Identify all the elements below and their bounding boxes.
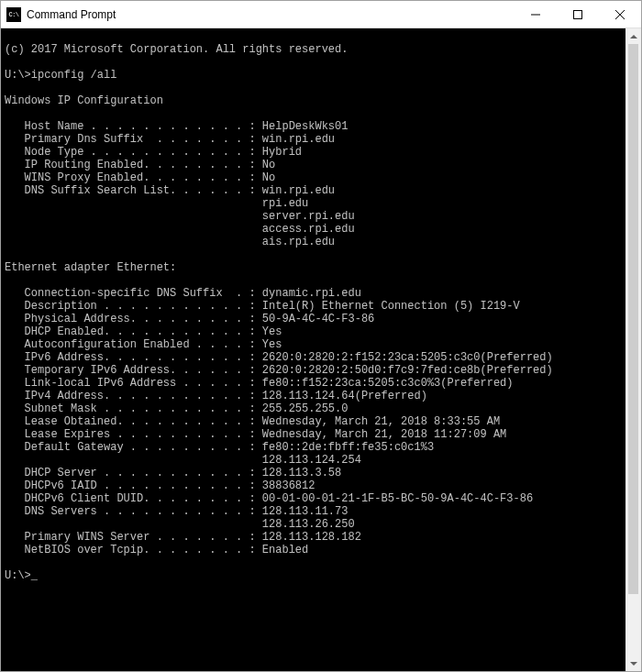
field-value: server.rpi.edu — [262, 210, 355, 223]
field-value: Yes — [262, 338, 282, 351]
prompt: U:\> — [5, 569, 31, 582]
cursor[interactable]: _ — [31, 569, 38, 582]
field-value: Yes — [262, 325, 282, 338]
field-value: 38836812 — [262, 479, 315, 492]
field-value: Enabled — [262, 544, 308, 556]
field-indent — [5, 210, 262, 223]
section-header: Ethernet adapter Ethernet: — [5, 261, 176, 274]
scroll-track[interactable] — [625, 44, 641, 655]
field-value: 128.113.128.182 — [262, 531, 361, 544]
field-label: Temporary IPv6 Address. . . . . . : — [5, 364, 262, 377]
section-header: Windows IP Configuration — [5, 94, 163, 107]
field-value: dynamic.rpi.edu — [262, 287, 361, 300]
field-value: 2620:0:2820:2:50d0:f7c9:7fed:ce8b(Prefer… — [262, 364, 553, 377]
field-value: win.rpi.edu — [262, 133, 335, 146]
field-value: 128.113.124.254 — [262, 454, 361, 467]
field-value: Wednesday, March 21, 2018 8:33:55 AM — [262, 415, 500, 428]
field-value: Wednesday, March 21, 2018 11:27:09 AM — [262, 428, 506, 441]
field-value: HelpDeskWks01 — [262, 120, 349, 133]
field-value: 2620:0:2820:2:f152:23ca:5205:c3c0(Prefer… — [262, 351, 553, 364]
field-label: DHCPv6 IAID . . . . . . . . . . . : — [5, 479, 262, 492]
field-label: Subnet Mask . . . . . . . . . . . : — [5, 402, 262, 415]
close-button[interactable] — [599, 1, 641, 28]
field-label: Primary WINS Server . . . . . . . : — [5, 531, 262, 544]
maximize-button[interactable] — [557, 1, 599, 28]
field-label: Default Gateway . . . . . . . . . : — [5, 441, 262, 454]
field-value: 128.113.11.73 — [262, 505, 349, 518]
field-value: 128.113.124.64(Preferred) — [262, 390, 427, 402]
field-label: IP Routing Enabled. . . . . . . . : — [5, 159, 262, 171]
field-value: 50-9A-4C-4C-F3-86 — [262, 313, 374, 325]
field-label: Host Name . . . . . . . . . . . . : — [5, 120, 262, 133]
field-value: Intel(R) Ethernet Connection (5) I219-V — [262, 300, 520, 313]
field-value: 255.255.255.0 — [262, 402, 349, 415]
field-value: fe80::2de:fbff:fe35:c0c1%3 — [262, 441, 434, 454]
field-label: Connection-specific DNS Suffix . : — [5, 287, 262, 300]
console-output[interactable]: (c) 2017 Microsoft Corporation. All righ… — [1, 28, 625, 671]
svg-marker-4 — [630, 35, 637, 39]
field-label: Autoconfiguration Enabled . . . . : — [5, 338, 262, 351]
vertical-scrollbar[interactable] — [625, 28, 641, 671]
console-area: (c) 2017 Microsoft Corporation. All righ… — [1, 28, 641, 671]
scroll-thumb[interactable] — [628, 44, 638, 594]
field-label: Link-local IPv6 Address . . . . . : — [5, 377, 262, 390]
window-controls — [515, 1, 641, 28]
field-indent — [5, 223, 262, 236]
field-value: No — [262, 171, 275, 184]
field-indent — [5, 197, 262, 210]
minimize-button[interactable] — [515, 1, 557, 28]
field-value: win.rpi.edu — [262, 184, 335, 197]
svg-marker-5 — [630, 662, 637, 666]
app-icon: C:\ — [6, 7, 21, 22]
field-label: DHCP Enabled. . . . . . . . . . . : — [5, 325, 262, 338]
svg-rect-1 — [574, 10, 582, 18]
field-value: Hybrid — [262, 146, 302, 159]
field-indent — [5, 454, 262, 467]
field-label: Lease Obtained. . . . . . . . . . : — [5, 415, 262, 428]
prompt: U:\> — [5, 69, 31, 82]
field-value: ais.rpi.edu — [262, 236, 335, 248]
field-value: access.rpi.edu — [262, 223, 355, 236]
field-label: Primary Dns Suffix . . . . . . . : — [5, 133, 262, 146]
field-label: DNS Suffix Search List. . . . . . : — [5, 184, 262, 197]
field-indent — [5, 518, 262, 531]
field-label: Physical Address. . . . . . . . . : — [5, 313, 262, 325]
field-label: DNS Servers . . . . . . . . . . . : — [5, 505, 262, 518]
command-prompt-window: C:\ Command Prompt (c) 2017 Microsoft Co… — [0, 0, 642, 672]
scroll-down-arrow-icon[interactable] — [625, 655, 641, 671]
titlebar[interactable]: C:\ Command Prompt — [1, 1, 641, 28]
field-label: DHCPv6 Client DUID. . . . . . . . : — [5, 492, 262, 505]
field-value: No — [262, 159, 275, 171]
field-label: Node Type . . . . . . . . . . . . : — [5, 146, 262, 159]
field-label: Description . . . . . . . . . . . : — [5, 300, 262, 313]
field-label: Lease Expires . . . . . . . . . . : — [5, 428, 262, 441]
field-value: 00-01-00-01-21-1F-B5-BC-50-9A-4C-4C-F3-8… — [262, 492, 533, 505]
field-value: 128.113.26.250 — [262, 518, 355, 531]
field-label: IPv6 Address. . . . . . . . . . . : — [5, 351, 262, 364]
copyright-line: (c) 2017 Microsoft Corporation. All righ… — [5, 43, 348, 56]
field-value: fe80::f152:23ca:5205:c3c0%3(Preferred) — [262, 377, 514, 390]
field-indent — [5, 236, 262, 248]
window-title: Command Prompt — [27, 8, 515, 21]
field-label: NetBIOS over Tcpip. . . . . . . . : — [5, 544, 262, 556]
field-label: IPv4 Address. . . . . . . . . . . : — [5, 390, 262, 402]
command-text: ipconfig /all — [31, 69, 117, 82]
field-label: DHCP Server . . . . . . . . . . . : — [5, 467, 262, 479]
field-value: rpi.edu — [262, 197, 308, 210]
field-value: 128.113.3.58 — [262, 467, 341, 479]
scroll-up-arrow-icon[interactable] — [625, 28, 641, 44]
field-label: WINS Proxy Enabled. . . . . . . . : — [5, 171, 262, 184]
